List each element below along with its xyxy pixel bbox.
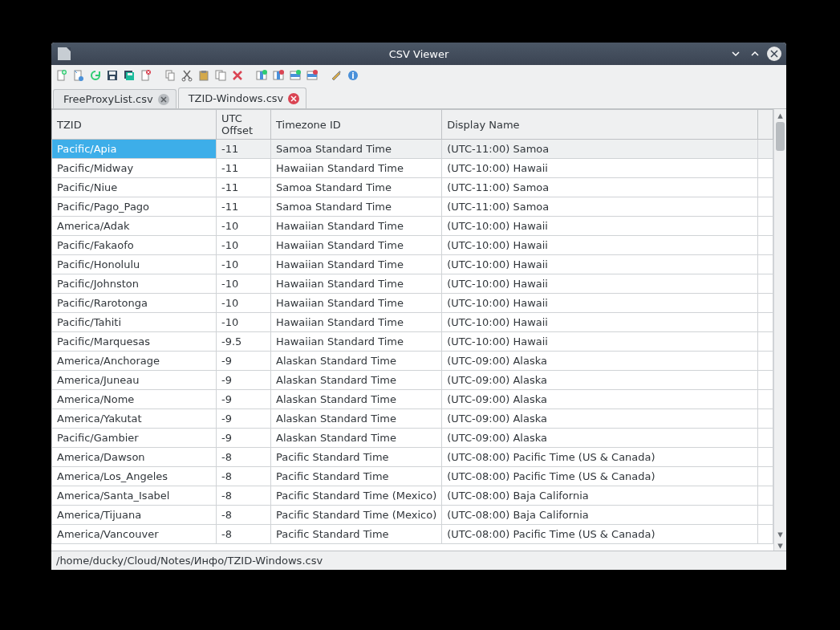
table-row[interactable]: Pacific/Gambier-9Alaskan Standard Time(U… [52, 429, 773, 448]
table-row[interactable]: Pacific/Midway-11Hawaiian Standard Time(… [52, 159, 773, 178]
cell-tzname[interactable]: Alaskan Standard Time [271, 429, 442, 448]
cell-tzid[interactable]: Pacific/Pago_Pago [52, 197, 217, 217]
scroll-up-icon[interactable]: ▴ [774, 109, 786, 120]
table-row[interactable]: America/Yakutat-9Alaskan Standard Time(U… [52, 409, 773, 429]
cell-tzname[interactable]: Samoa Standard Time [271, 178, 442, 197]
cell-tzid[interactable]: Pacific/Johnston [52, 274, 217, 294]
titlebar[interactable]: CSV Viewer [51, 43, 786, 65]
cell-tzid[interactable]: Pacific/Marquesas [52, 332, 217, 352]
cell-tzid[interactable]: America/Yakutat [52, 409, 217, 429]
table-row[interactable]: America/Nome-9Alaskan Standard Time(UTC-… [52, 390, 773, 409]
delete-column-icon[interactable] [271, 68, 286, 83]
cell-display[interactable]: (UTC-09:00) Alaska [442, 371, 758, 390]
cell-offset[interactable]: -9 [217, 390, 271, 409]
cell-offset[interactable]: -11 [217, 159, 271, 178]
cell-tzid[interactable]: Pacific/Tahiti [52, 313, 217, 332]
vertical-scrollbar[interactable]: ▴ ▾ ▾ [773, 109, 786, 551]
cell-tzid[interactable]: America/Dawson [52, 448, 217, 467]
duplicate-icon[interactable] [213, 68, 228, 83]
table-row[interactable]: Pacific/Niue-11Samoa Standard Time(UTC-1… [52, 178, 773, 197]
cell-tzid[interactable]: America/Nome [52, 390, 217, 409]
scroll-thumb[interactable] [776, 122, 785, 151]
cell-tzid[interactable]: America/Adak [52, 217, 217, 236]
cell-display[interactable]: (UTC-10:00) Hawaii [442, 236, 758, 255]
cell-offset[interactable]: -10 [217, 255, 271, 274]
table-scroll[interactable]: TZIDUTC OffsetTimezone IDDisplay Name Pa… [51, 109, 773, 551]
copy-icon[interactable] [163, 68, 177, 83]
cell-offset[interactable]: -8 [217, 486, 271, 506]
cell-tzid[interactable]: America/Juneau [52, 371, 217, 390]
cell-tzname[interactable]: Samoa Standard Time [271, 140, 442, 159]
cell-offset[interactable]: -10 [217, 294, 271, 313]
cut-icon[interactable] [180, 68, 194, 83]
table-row[interactable]: Pacific/Rarotonga-10Hawaiian Standard Ti… [52, 294, 773, 313]
tab-close-icon[interactable] [288, 93, 299, 104]
cell-display[interactable]: (UTC-08:00) Pacific Time (US & Canada) [442, 467, 758, 486]
minimize-button[interactable] [728, 47, 743, 61]
cell-offset[interactable]: -11 [217, 197, 271, 217]
table-row[interactable]: America/Tijuana-8Pacific Standard Time (… [52, 506, 773, 525]
table-row[interactable]: Pacific/Honolulu-10Hawaiian Standard Tim… [52, 255, 773, 274]
column-header[interactable]: Display Name [442, 110, 758, 140]
table-row[interactable]: Pacific/Pago_Pago-11Samoa Standard Time(… [52, 197, 773, 217]
cell-tzname[interactable]: Alaskan Standard Time [271, 409, 442, 429]
cell-offset[interactable]: -10 [217, 274, 271, 294]
cell-display[interactable]: (UTC-08:00) Baja California [442, 486, 758, 506]
cell-offset[interactable]: -9 [217, 409, 271, 429]
table-row[interactable]: Pacific/Johnston-10Hawaiian Standard Tim… [52, 274, 773, 294]
column-header[interactable]: TZID [52, 110, 217, 140]
cell-tzname[interactable]: Pacific Standard Time [271, 467, 442, 486]
new-file-icon[interactable] [55, 68, 69, 83]
cell-offset[interactable]: -9 [217, 352, 271, 371]
table-row[interactable]: America/Los_Angeles-8Pacific Standard Ti… [52, 467, 773, 486]
cell-tzname[interactable]: Pacific Standard Time (Mexico) [271, 506, 442, 525]
cell-tzid[interactable]: America/Los_Angeles [52, 467, 217, 486]
cell-tzid[interactable]: Pacific/Rarotonga [52, 294, 217, 313]
table-row[interactable]: Pacific/Apia-11Samoa Standard Time(UTC-1… [52, 140, 773, 159]
cell-offset[interactable]: -10 [217, 313, 271, 332]
cell-display[interactable]: (UTC-10:00) Hawaii [442, 255, 758, 274]
cell-offset[interactable]: -8 [217, 467, 271, 486]
cell-display[interactable]: (UTC-08:00) Pacific Time (US & Canada) [442, 525, 758, 544]
table-row[interactable]: America/Adak-10Hawaiian Standard Time(UT… [52, 217, 773, 236]
insert-row-icon[interactable] [288, 68, 302, 83]
table-row[interactable]: America/Vancouver-8Pacific Standard Time… [52, 525, 773, 544]
save-all-icon[interactable] [122, 68, 136, 83]
cell-offset[interactable]: -8 [217, 448, 271, 467]
cell-tzname[interactable]: Hawaiian Standard Time [271, 217, 442, 236]
tab-close-icon[interactable] [158, 94, 169, 105]
cell-offset[interactable]: -8 [217, 506, 271, 525]
table-row[interactable]: America/Dawson-8Pacific Standard Time(UT… [52, 448, 773, 467]
cell-display[interactable]: (UTC-10:00) Hawaii [442, 274, 758, 294]
cell-tzname[interactable]: Hawaiian Standard Time [271, 294, 442, 313]
cell-offset[interactable]: -10 [217, 236, 271, 255]
insert-column-icon[interactable] [254, 68, 269, 83]
cell-offset[interactable]: -11 [217, 178, 271, 197]
cell-offset[interactable]: -9 [217, 371, 271, 390]
cell-tzname[interactable]: Pacific Standard Time [271, 525, 442, 544]
cell-display[interactable]: (UTC-08:00) Baja California [442, 506, 758, 525]
scroll-down-icon[interactable]: ▾ [774, 528, 786, 539]
cell-tzname[interactable]: Hawaiian Standard Time [271, 332, 442, 352]
close-button[interactable] [767, 47, 781, 61]
cell-offset[interactable]: -10 [217, 217, 271, 236]
cell-tzname[interactable]: Hawaiian Standard Time [271, 255, 442, 274]
cell-tzid[interactable]: America/Santa_Isabel [52, 486, 217, 506]
save-icon[interactable] [105, 68, 120, 83]
cell-display[interactable]: (UTC-10:00) Hawaii [442, 332, 758, 352]
cell-tzid[interactable]: Pacific/Gambier [52, 429, 217, 448]
close-file-icon[interactable] [139, 68, 153, 83]
table-row[interactable]: America/Anchorage-9Alaskan Standard Time… [52, 352, 773, 371]
cell-tzname[interactable]: Hawaiian Standard Time [271, 274, 442, 294]
maximize-button[interactable] [748, 47, 762, 61]
cell-tzname[interactable]: Alaskan Standard Time [271, 390, 442, 409]
cell-display[interactable]: (UTC-10:00) Hawaii [442, 294, 758, 313]
cell-display[interactable]: (UTC-10:00) Hawaii [442, 313, 758, 332]
cell-tzid[interactable]: America/Vancouver [52, 525, 217, 544]
cell-offset[interactable]: -9 [217, 429, 271, 448]
table-row[interactable]: Pacific/Tahiti-10Hawaiian Standard Time(… [52, 313, 773, 332]
cell-tzid[interactable]: Pacific/Honolulu [52, 255, 217, 274]
cell-display[interactable]: (UTC-11:00) Samoa [442, 197, 758, 217]
cell-tzname[interactable]: Alaskan Standard Time [271, 371, 442, 390]
settings-icon[interactable] [329, 68, 343, 83]
